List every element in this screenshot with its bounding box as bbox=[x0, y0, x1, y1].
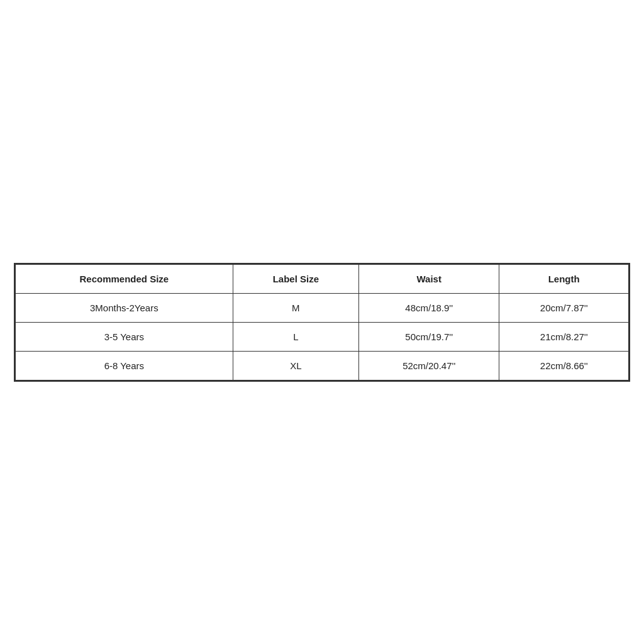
cell-length: 22cm/8.66'' bbox=[499, 351, 629, 380]
table-row: 3-5 YearsL50cm/19.7''21cm/8.27'' bbox=[16, 322, 629, 351]
cell-label-size: M bbox=[233, 293, 358, 322]
page-wrapper: Recommended Size Label Size Waist Length… bbox=[0, 0, 644, 644]
cell-recommended-size: 3-5 Years bbox=[16, 322, 233, 351]
cell-label-size: XL bbox=[233, 351, 358, 380]
header-label-size: Label Size bbox=[233, 264, 358, 293]
cell-recommended-size: 3Months-2Years bbox=[16, 293, 233, 322]
cell-label-size: L bbox=[233, 322, 358, 351]
size-chart-table: Recommended Size Label Size Waist Length… bbox=[15, 264, 629, 380]
cell-length: 20cm/7.87'' bbox=[499, 293, 629, 322]
cell-length: 21cm/8.27'' bbox=[499, 322, 629, 351]
size-chart-container: Recommended Size Label Size Waist Length… bbox=[14, 263, 630, 382]
table-row: 3Months-2YearsM48cm/18.9''20cm/7.87'' bbox=[16, 293, 629, 322]
header-recommended-size: Recommended Size bbox=[16, 264, 233, 293]
cell-waist: 50cm/19.7'' bbox=[359, 322, 499, 351]
table-header-row: Recommended Size Label Size Waist Length bbox=[16, 264, 629, 293]
cell-recommended-size: 6-8 Years bbox=[16, 351, 233, 380]
cell-waist: 48cm/18.9'' bbox=[359, 293, 499, 322]
header-waist: Waist bbox=[359, 264, 499, 293]
table-row: 6-8 YearsXL52cm/20.47''22cm/8.66'' bbox=[16, 351, 629, 380]
cell-waist: 52cm/20.47'' bbox=[359, 351, 499, 380]
header-length: Length bbox=[499, 264, 629, 293]
